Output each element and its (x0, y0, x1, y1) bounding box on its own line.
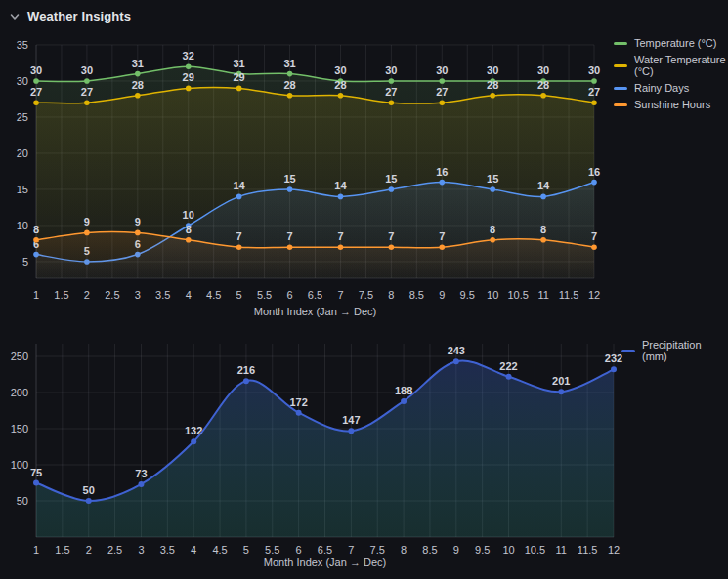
y-tick-label: 250 (11, 351, 28, 362)
data-point-label: 8 (33, 224, 39, 235)
data-point-label: 29 (234, 71, 245, 83)
data-point (84, 100, 90, 105)
data-point-label: 7 (337, 230, 343, 242)
data-point (287, 71, 293, 77)
legend-series-label: Water Temperature (°C) (634, 54, 728, 77)
data-point (348, 428, 354, 434)
x-tick-label: 4.5 (206, 289, 221, 301)
row-title: Weather Insights (27, 9, 131, 23)
data-point-label: 27 (81, 86, 93, 98)
data-point (296, 410, 302, 416)
x-tick-label: 10.5 (507, 289, 528, 301)
x-tick-label: 1 (33, 289, 39, 301)
data-point-label: 32 (183, 50, 194, 62)
y-tick-label: 50 (17, 495, 28, 507)
data-point (191, 438, 196, 444)
panel-precipitation: 11.522.533.544.555.566.577.588.599.51010… (0, 330, 728, 579)
series-precipitation-mm-: 755073132216172147188243222201232 (30, 345, 622, 537)
x-tick-label: 4 (191, 544, 196, 556)
data-point (591, 100, 597, 105)
legend-item[interactable]: Temperature (°C) (614, 37, 728, 49)
y-tick-label: 200 (11, 387, 28, 398)
x-tick-label: 8 (401, 544, 407, 556)
x-axis-title: Month Index (Jan → Dec) (264, 557, 386, 568)
y-tick-label: 25 (17, 111, 28, 123)
data-point-label: 28 (537, 79, 549, 91)
data-point-label: 14 (234, 180, 246, 191)
y-tick-label: 20 (17, 147, 28, 159)
x-tick-label: 9 (439, 289, 445, 301)
data-point-label: 27 (385, 86, 397, 98)
data-point-label: 147 (342, 414, 360, 426)
x-tick-label: 12 (608, 544, 620, 556)
x-tick-label: 2.5 (107, 544, 122, 556)
data-point (490, 93, 495, 99)
x-tick-label: 8.5 (409, 289, 424, 301)
legend-item[interactable]: Water Temperature (°C) (614, 54, 728, 77)
legend-series-dash-icon (614, 87, 627, 90)
data-point (287, 186, 293, 192)
data-point-label: 30 (487, 64, 498, 76)
precipitation-chart[interactable]: 11.522.533.544.555.566.577.588.599.51010… (0, 330, 728, 579)
legend-series-dash-icon (614, 42, 627, 45)
data-point-label: 8 (186, 224, 192, 235)
x-tick-label: 5 (236, 289, 242, 301)
legend-item[interactable]: Precipitation (mm) (621, 339, 728, 362)
data-point-label: 30 (588, 64, 600, 76)
data-point-label: 31 (234, 58, 245, 69)
chevron-down-icon[interactable] (8, 10, 21, 23)
data-point-label: 201 (552, 375, 570, 387)
data-point (33, 237, 39, 243)
x-tick-label: 7.5 (370, 544, 385, 556)
data-point-label: 7 (439, 230, 445, 242)
x-tick-label: 6 (286, 289, 292, 301)
data-point-label: 10 (183, 209, 194, 221)
x-tick-label: 10 (487, 289, 498, 301)
legend-item[interactable]: Rainy Days (614, 82, 728, 94)
x-tick-label: 1.5 (54, 289, 68, 301)
data-point (490, 186, 495, 192)
data-point (490, 237, 495, 243)
data-point (138, 481, 144, 487)
row-header[interactable]: Weather Insights (8, 9, 131, 23)
data-point (236, 194, 242, 200)
data-point (611, 366, 617, 372)
x-tick-label: 7 (337, 289, 343, 301)
data-point (338, 194, 344, 200)
data-point (540, 237, 546, 243)
data-point (401, 398, 407, 404)
legend-series-label: Precipitation (mm) (642, 339, 728, 362)
data-point-label: 172 (289, 396, 307, 408)
data-point-label: 30 (537, 64, 549, 76)
data-point-label: 9 (135, 216, 141, 227)
data-point (33, 480, 39, 486)
y-tick-label: 15 (17, 184, 28, 195)
legend-item[interactable]: Sunshine Hours (614, 99, 728, 110)
y-tick-label: 100 (11, 459, 28, 471)
data-point (389, 186, 395, 192)
x-tick-label: 5.5 (257, 289, 272, 301)
x-tick-label: 11.5 (578, 544, 598, 556)
data-point (338, 244, 344, 250)
data-point-label: 50 (83, 484, 95, 496)
data-point-label: 15 (283, 173, 295, 185)
data-point-label: 28 (487, 79, 498, 91)
data-point (135, 93, 141, 99)
data-point (439, 180, 445, 186)
data-point-label: 30 (385, 64, 397, 76)
data-point-label: 30 (81, 64, 93, 76)
x-tick-label: 7 (348, 544, 354, 556)
legend-series-label: Rainy Days (634, 82, 689, 94)
data-point (236, 244, 242, 250)
x-tick-label: 5 (243, 544, 249, 556)
x-tick-label: 10 (502, 544, 514, 556)
data-point (453, 358, 459, 364)
data-point-label: 16 (588, 166, 600, 178)
x-axis-title: Month Index (Jan → Dec) (254, 306, 376, 317)
y-tick-label: 10 (17, 220, 28, 231)
data-point-label: 8 (490, 224, 495, 235)
data-point-label: 9 (84, 216, 90, 227)
data-point-label: 7 (388, 230, 394, 242)
data-point-label: 30 (436, 64, 448, 76)
data-point (86, 498, 92, 504)
